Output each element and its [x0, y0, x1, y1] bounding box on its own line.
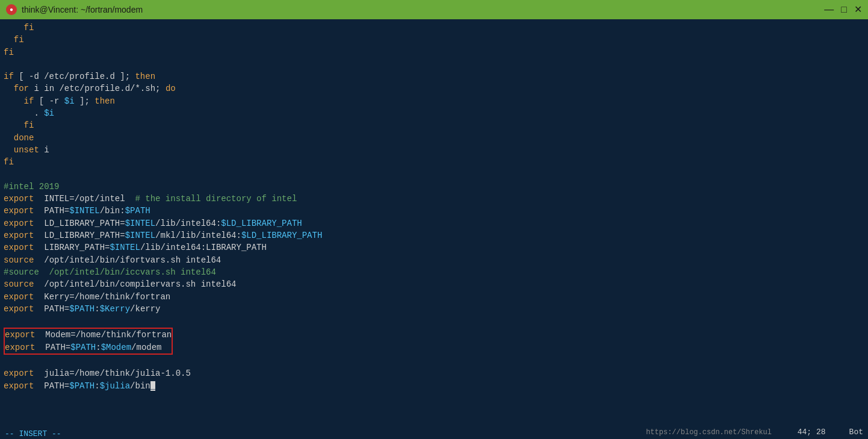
line-if: if [ -d /etc/profile.d ]; then	[4, 70, 864, 83]
line-blank-3	[4, 315, 864, 327]
cursor-position: 44; 28 Bot	[798, 428, 863, 437]
line-fi-3: fi	[4, 46, 864, 58]
title-bar: ● think@Vincent: ~/fortran/modem — □ ✕	[0, 0, 868, 19]
line-dot: . $i	[4, 107, 864, 119]
watermark: https://blog.csdn.net/Shrekul	[646, 428, 772, 437]
line-export-kerry-path: export PATH=$PATH:$Kerry/kerry	[4, 303, 864, 315]
line-fi-outer: fi	[4, 156, 864, 168]
line-if2: if [ -r $i ]; then	[4, 95, 864, 107]
line-blank-1	[4, 58, 864, 70]
close-button[interactable]: ✕	[854, 5, 862, 14]
line-source-compiler: source /opt/intel/bin/compilervars.sh in…	[4, 278, 864, 290]
title-bar-left: ● think@Vincent: ~/fortran/modem	[6, 4, 143, 15]
line-blank-2	[4, 169, 864, 181]
minimize-button[interactable]: —	[824, 5, 834, 14]
line-fi-2: fi	[4, 34, 864, 46]
line-export-julia-path: export PATH=$PATH:$julia/bin_	[4, 380, 864, 392]
line-comment-icc: #source /opt/intel/bin/iccvars.sh intel6…	[4, 266, 864, 278]
window-icon: ●	[6, 4, 17, 15]
highlighted-block: export Modem=/home/think/fortran export …	[4, 328, 173, 355]
title-controls[interactable]: — □ ✕	[824, 5, 862, 14]
line-export-kerry: export Kerry=/home/think/fortran	[4, 291, 864, 303]
title-text: think@Vincent: ~/fortran/modem	[22, 5, 143, 14]
line-done: done	[4, 132, 864, 144]
line-source-ifort: source /opt/intel/bin/ifortvars.sh intel…	[4, 254, 864, 266]
line-unset: unset i	[4, 144, 864, 156]
line-export-ldlibpath2: export LD_LIBRARY_PATH=$INTEL/mkl/lib/in…	[4, 229, 864, 241]
line-fi-inner: fi	[4, 119, 864, 131]
line-comment-intel: #intel 2019	[4, 181, 864, 193]
line-export-path1: export PATH=$INTEL/bin:$PATH	[4, 205, 864, 217]
insert-mode: -- INSERT --	[5, 429, 61, 438]
line-export-intel: export INTEL=/opt/intel # the install di…	[4, 193, 864, 205]
line-indent-fi: fi	[4, 22, 864, 34]
line-export-modem: export Modem=/home/think/fortran	[5, 329, 172, 341]
line-export-julia: export julia=/home/think/julia-1.0.5	[4, 367, 864, 379]
terminal-body: fi fi fi if [ -d /etc/profile.d ]; then …	[0, 19, 868, 439]
line-export-ldlibpath1: export LD_LIBRARY_PATH=$INTEL/lib/intel6…	[4, 217, 864, 229]
line-export-modem-path: export PATH=$PATH:$Modem/modem	[5, 341, 172, 353]
line-for: for i in /etc/profile.d/*.sh; do	[4, 83, 864, 95]
line-blank-4	[4, 355, 864, 367]
maximize-button[interactable]: □	[841, 5, 847, 14]
line-export-libpath: export LIBRARY_PATH=$INTEL/lib/intel64:L…	[4, 241, 864, 254]
